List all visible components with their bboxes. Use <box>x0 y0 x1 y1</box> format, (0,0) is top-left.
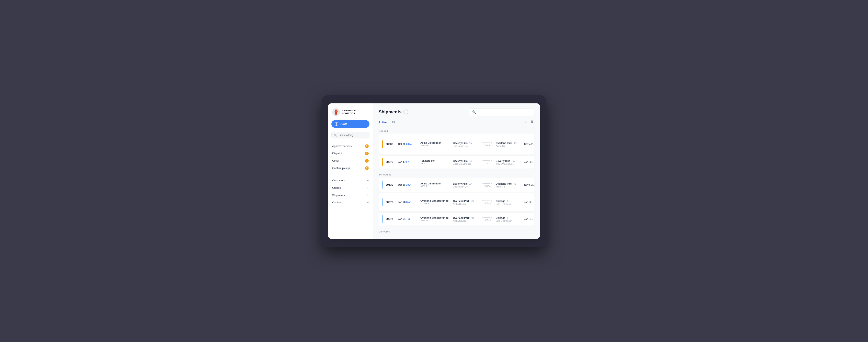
row-indicator <box>382 215 383 223</box>
row-indicator <box>382 181 383 188</box>
row-company: Overland Manufacturing $628.15 <box>421 216 453 222</box>
table-area: Booked 30638 Oct 30 2024 Acme Distributi… <box>373 126 540 239</box>
row-dest: Chicago IL Beta Distribution <box>496 199 524 205</box>
confirm-pickup-badge: 1 <box>365 166 369 170</box>
row-origin: Overland Park KS Alpha Source <box>453 199 479 205</box>
nav-section-actions: Approve carriers 1 Dispatch 2 Cover 1 <box>328 143 373 172</box>
table-row[interactable]: 30675 Jan 17 Fri Toasters Inc. $444.01 B… <box>379 155 534 169</box>
main-header: Shipments + 🔍 Active All ↓ ⇅ <box>373 103 540 126</box>
sidebar-item-dispatch[interactable]: Dispatch 2 <box>330 150 371 157</box>
section-label: Booked <box>379 126 534 134</box>
row-dest: Overland Park KS Acme Co <box>496 182 524 188</box>
sidebar-item-cover[interactable]: Cover 1 <box>330 157 371 164</box>
row-company: Acme Distribution $338.71 <box>421 182 453 187</box>
sidebar-item-customers[interactable]: Customers + <box>330 177 371 184</box>
quote-button[interactable]: + Quote <box>332 120 369 128</box>
main-content: Shipments + 🔍 Active All ↓ ⇅ <box>373 103 540 239</box>
row-delivery: Jan 24 ... <box>524 218 540 220</box>
sidebar-search[interactable]: 🔍 <box>332 132 369 138</box>
download-button[interactable]: ↓ <box>524 119 528 124</box>
table-row[interactable]: 30638 Oct 30 2024 Acme Distribution $683… <box>379 134 534 154</box>
row-id: 30639 <box>386 183 398 186</box>
row-route-arrow: ▶ 1,582 mi <box>479 182 496 187</box>
sidebar-item-shipments[interactable]: Shipments + <box>330 192 371 199</box>
page-title: Shipments <box>379 109 401 115</box>
page-title-area: Shipments + <box>379 109 408 115</box>
row-id: 30638 <box>386 143 398 146</box>
sidebar-item-quotes[interactable]: Quotes + <box>330 184 371 192</box>
row-origin: Beverly Hills CA Destination Co <box>453 141 479 147</box>
tab-actions: ↓ ⇅ <box>524 119 534 126</box>
row-id: 30675 <box>386 160 398 163</box>
row-dest: Overland Park KS Acme Co <box>496 141 524 147</box>
row-company: Overland Manufacturing $1,428.57 <box>421 199 453 205</box>
customers-label: Customers <box>332 179 345 182</box>
row-date: Jan 20 Mon <box>398 201 421 204</box>
sidebar-item-carriers[interactable]: Carriers + <box>330 199 371 206</box>
tabs-row: Active All ↓ ⇅ <box>379 119 534 126</box>
quotes-plus-icon: + <box>367 186 369 190</box>
row-origin: Beverly Hills CA Destination Co <box>453 182 479 188</box>
approve-carriers-label: Approve carriers <box>332 145 351 148</box>
table-row[interactable]: 30676 Jan 20 Mon Overland Manufacturing … <box>379 193 534 211</box>
table-row[interactable]: 30639 Oct 30 2024 Acme Distribution $338… <box>379 178 534 192</box>
row-id: 30677 <box>386 217 398 220</box>
svg-point-6 <box>336 110 337 112</box>
tab-active[interactable]: Active <box>379 119 386 126</box>
row-date: Jan 17 Fri <box>398 161 421 163</box>
row-route-arrow: ▶ 527 mi <box>479 200 496 205</box>
shipments-label: Shipments <box>332 194 345 197</box>
row-dest: Beverly Hills CA Troy's Warehouse <box>496 159 524 165</box>
row-delivery: Nov 5 2... <box>524 183 540 186</box>
customers-plus-icon: + <box>367 179 369 182</box>
row-indicator <box>382 158 383 166</box>
nav-section-groups: Customers + Quotes + Shipments + Carrier… <box>328 177 373 206</box>
table-row[interactable]: 30677 Jan 21 Tue Overland Manufacturing … <box>379 212 534 226</box>
logo-icon <box>332 108 340 116</box>
carriers-label: Carriers <box>332 201 342 204</box>
row-date: Oct 30 2024 <box>398 183 421 186</box>
approve-carriers-badge: 1 <box>365 144 369 148</box>
shipments-plus-icon: + <box>367 193 369 197</box>
row-route-arrow: ▶ 1,582 mi <box>479 142 496 147</box>
row-id: 30676 <box>386 200 398 204</box>
row-date: Oct 30 2024 <box>398 143 421 146</box>
row-delivery: Jan 20 ... <box>524 161 540 163</box>
logo-area: LIGHTBULB LOGISTICS <box>328 108 373 120</box>
dispatch-badge: 2 <box>365 152 369 155</box>
main-search-bar[interactable]: 🔍 <box>469 108 534 116</box>
sidebar-search-input[interactable] <box>339 134 367 136</box>
section-label: Delivered <box>379 227 534 235</box>
row-dest: Chicago IL Beta Distribution <box>496 216 524 222</box>
row-delivery: Jan 22 ... <box>524 201 540 204</box>
row-origin: Overland Park KS Alpha Source <box>453 216 479 222</box>
row-origin: Beverly Hills CA Eric's Breadhouse <box>453 159 479 165</box>
search-icon: 🔍 <box>334 134 337 136</box>
row-delivery: Nov 4 2... <box>524 143 540 146</box>
row-route-arrow: ▶ 527 mi <box>479 217 496 221</box>
section-label: Scheduled <box>379 170 534 178</box>
row-company: Toasters Inc. $444.01 <box>421 159 453 165</box>
svg-rect-3 <box>336 114 337 114</box>
cover-label: Cover <box>332 159 339 162</box>
main-search-input[interactable] <box>478 111 531 114</box>
quote-plus-icon: + <box>335 122 338 126</box>
tabs: Active All <box>379 119 395 126</box>
cover-badge: 1 <box>365 159 369 163</box>
row-indicator <box>382 141 383 148</box>
row-indicator <box>382 198 383 206</box>
dispatch-label: Dispatch <box>332 152 343 155</box>
quotes-label: Quotes <box>332 186 341 189</box>
logo-text: LIGHTBULB LOGISTICS <box>342 109 356 115</box>
search-icon: 🔍 <box>472 110 476 114</box>
add-shipment-button[interactable]: + <box>403 110 408 115</box>
sidebar-item-confirm-pickup[interactable]: Confirm pickup 1 <box>330 164 371 172</box>
row-date: Jan 21 Tue <box>398 218 421 220</box>
tab-all[interactable]: All <box>392 119 395 126</box>
sidebar-item-approve-carriers[interactable]: Approve carriers 1 <box>330 143 371 150</box>
carriers-plus-icon: + <box>367 201 369 205</box>
confirm-pickup-label: Confirm pickup <box>332 166 350 169</box>
sort-button[interactable]: ⇅ <box>530 119 534 124</box>
row-route-arrow: ▶ 1 mi <box>479 160 496 164</box>
header-top: Shipments + 🔍 <box>379 108 534 116</box>
